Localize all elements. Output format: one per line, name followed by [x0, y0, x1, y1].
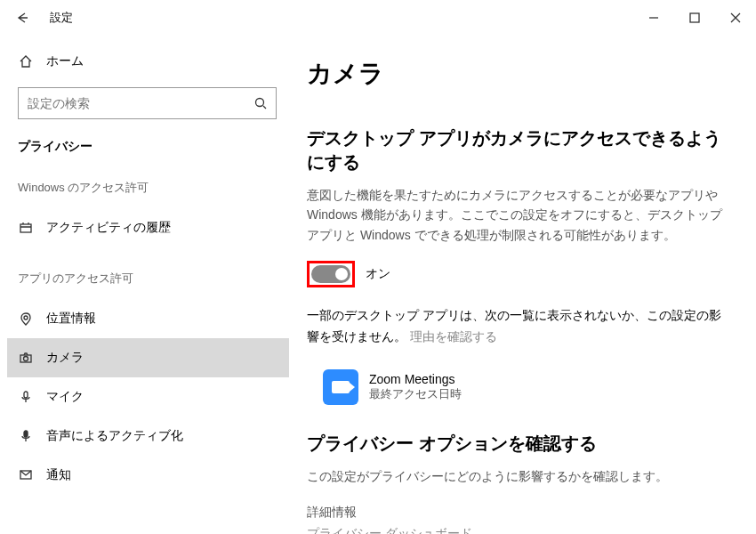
page-title: カメラ [307, 57, 729, 91]
svg-rect-2 [20, 224, 31, 232]
home-nav[interactable]: ホーム [7, 46, 289, 77]
zoom-app-icon [323, 369, 358, 405]
close-icon [728, 11, 743, 25]
location-icon [18, 311, 34, 327]
sidebar-item-voice-activation[interactable]: 音声によるアクティブ化 [7, 417, 289, 456]
titlebar: 設定 [0, 0, 756, 36]
window-title: 設定 [50, 10, 73, 26]
home-label: ホーム [46, 53, 84, 69]
sidebar-item-camera[interactable]: カメラ [7, 338, 289, 377]
group-app-perms: アプリのアクセス許可 [7, 265, 289, 299]
sidebar-item-notifications[interactable]: 通知 [7, 456, 289, 495]
svg-point-5 [24, 357, 28, 361]
settings-window: 設定 ホーム プライバシー Windows のアクセス許可 アクティビティの履歴 [0, 0, 756, 534]
group-windows-perms: Windows のアクセス許可 [7, 174, 289, 208]
reason-link[interactable]: 理由を確認する [410, 329, 497, 344]
app-last-access: 最終アクセス日時 [369, 386, 462, 402]
app-name: Zoom Meetings [369, 372, 462, 386]
arrow-left-icon [14, 11, 28, 25]
section-title: デスクトップ アプリがカメラにアクセスできるようにする [307, 126, 729, 174]
privacy-section-title: プライバシー オプションを確認する [307, 432, 729, 456]
sidebar-item-location[interactable]: 位置情報 [7, 299, 289, 338]
camera-icon [18, 350, 34, 366]
back-button[interactable] [12, 9, 30, 27]
svg-rect-6 [24, 392, 28, 398]
content-pane: カメラ デスクトップ アプリがカメラにアクセスできるようにする 意図した機能を果… [289, 36, 756, 534]
search-box[interactable] [18, 87, 277, 119]
minimize-button[interactable] [633, 4, 674, 32]
link-privacy-dashboard[interactable]: プライバシー ダッシュボード [307, 523, 729, 534]
toggle-highlight [307, 261, 355, 287]
sidebar-item-activity-history[interactable]: アクティビティの履歴 [7, 208, 289, 247]
desktop-camera-toggle[interactable] [311, 265, 350, 283]
home-icon [18, 53, 34, 69]
note-text: 一部のデスクトップ アプリは、次の一覧に表示されないか、この設定の影響を受けませ… [307, 305, 729, 348]
category-header: プライバシー [7, 130, 289, 174]
voice-icon [18, 428, 34, 444]
svg-point-1 [256, 99, 264, 107]
link-more-info[interactable]: 詳細情報 [307, 502, 729, 523]
svg-rect-7 [24, 431, 28, 437]
activity-icon [18, 220, 34, 236]
app-list-item: Zoom Meetings 最終アクセス日時 [307, 364, 729, 432]
close-button[interactable] [715, 4, 756, 32]
section-description: 意図した機能を果たすためにカメラにアクセスすることが必要なアプリや Window… [307, 185, 729, 245]
toggle-state-label: オン [366, 266, 390, 282]
maximize-icon [688, 11, 702, 25]
sidebar-item-microphone[interactable]: マイク [7, 377, 289, 417]
sidebar: ホーム プライバシー Windows のアクセス許可 アクティビティの履歴 アプ… [0, 36, 289, 534]
search-icon [253, 95, 269, 111]
privacy-section-desc: この設定がプライバシーにどのように影響するかを確認します。 [307, 466, 729, 486]
minimize-icon [647, 11, 661, 25]
notification-icon [18, 467, 34, 483]
microphone-icon [18, 389, 34, 405]
svg-rect-0 [690, 13, 699, 22]
search-input[interactable] [28, 96, 253, 110]
maximize-button[interactable] [674, 4, 715, 32]
svg-point-3 [24, 316, 28, 320]
